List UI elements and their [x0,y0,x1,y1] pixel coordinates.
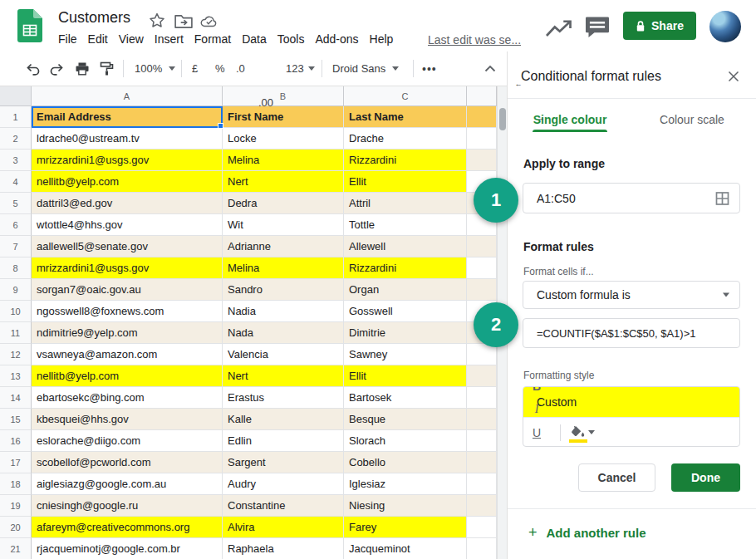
zoom-select[interactable]: 100% [135,51,175,86]
cell[interactable]: Melina [223,150,344,171]
row-header[interactable]: 4 [0,171,32,193]
cell[interactable]: Raphaela [223,538,344,559]
row-header[interactable]: 17 [0,452,32,473]
undo-button[interactable] [25,51,40,86]
cell[interactable]: Edlin [223,430,344,452]
cell[interactable]: ngosswell8@foxnews.com [32,301,223,322]
row-header[interactable]: 3 [0,150,32,171]
underline-format-button[interactable]: U [525,421,548,444]
star-icon[interactable] [148,12,166,29]
cell[interactable]: Attril [344,193,467,214]
cell[interactable]: Gosswell [344,301,467,322]
row-header[interactable]: 18 [0,473,32,495]
cell[interactable]: Adrianne [223,236,344,257]
cell[interactable]: Ellit [344,365,467,387]
increase-decimal-button[interactable]: .00→ [258,86,756,120]
select-range-grid-icon[interactable] [715,191,729,205]
document-title[interactable]: Customers [58,9,130,27]
more-toolbar-button[interactable]: ••• [422,51,437,86]
cell[interactable]: Ellit [344,171,467,193]
cell[interactable]: Sawney [344,344,467,365]
select-all-corner[interactable] [0,86,32,106]
cell[interactable]: Rizzardini [344,150,467,171]
cell[interactable] [467,517,497,538]
row-header[interactable]: 20 [0,517,32,538]
cell[interactable]: aallewell5@senate.gov [32,236,223,257]
cell[interactable]: Sargent [223,452,344,473]
cell[interactable]: Nadia [223,301,344,322]
cell[interactable]: ebartosekc@bing.com [32,387,223,409]
cell[interactable]: Jacqueminot [344,538,467,559]
cell[interactable]: Besque [344,409,467,430]
cell[interactable]: scobellof@pcworld.com [32,452,223,473]
fill-handle[interactable] [218,123,223,129]
cell[interactable] [467,452,497,473]
cell[interactable] [467,344,497,365]
cell[interactable]: nellitb@yelp.com [32,171,223,193]
menu-data[interactable]: Data [242,32,267,46]
cell[interactable]: dattril3@ed.gov [32,193,223,214]
fill-color-button[interactable] [566,421,599,444]
cell[interactable]: Rizzardini [344,257,467,279]
cell[interactable]: Kalle [223,409,344,430]
cell[interactable]: Sandro [223,279,344,301]
redo-button[interactable] [50,51,65,86]
currency-format-button[interactable]: £ [192,51,198,86]
range-input[interactable]: A1:C50 [523,183,740,213]
cell[interactable]: Wit [223,214,344,236]
row-header[interactable]: 13 [0,365,32,387]
cell[interactable] [467,430,497,452]
row-header[interactable]: 15 [0,409,32,430]
cell[interactable]: Bartosek [344,387,467,409]
cell[interactable]: Dedra [223,193,344,214]
row-header[interactable]: 2 [0,128,32,150]
row-header[interactable]: 5 [0,193,32,214]
cell[interactable]: mrizzardini1@usgs.gov [32,150,223,171]
cell[interactable]: nellitb@yelp.com [32,365,223,387]
row-header[interactable]: 6 [0,214,32,236]
add-another-rule-button[interactable]: + Add another rule [528,525,646,540]
cell[interactable]: afareym@creativecommons.org [32,517,223,538]
print-button[interactable] [75,51,90,86]
cell[interactable] [467,473,497,495]
column-header-A[interactable]: A [32,86,223,106]
cell[interactable]: Organ [344,279,467,301]
user-avatar[interactable] [709,11,741,42]
menu-tools[interactable]: Tools [277,32,305,46]
condition-dropdown[interactable]: Custom formula is [523,281,740,309]
cell[interactable]: Locke [223,128,344,150]
cell[interactable] [467,495,497,517]
cell[interactable]: Farey [344,517,467,538]
row-header[interactable]: 21 [0,538,32,559]
font-select[interactable]: Droid Sans [332,51,385,86]
menu-insert[interactable]: Insert [155,32,184,46]
cell[interactable]: Slorach [344,430,467,452]
cell[interactable]: Erastus [223,387,344,409]
row-header[interactable]: 8 [0,257,32,279]
cell[interactable]: Nert [223,365,344,387]
menu-file[interactable]: File [58,32,77,46]
cell[interactable]: aiglesiazg@google.com.au [32,473,223,495]
row-header[interactable]: 1 [0,106,32,128]
cell[interactable]: Drache [344,128,467,150]
row-header[interactable]: 11 [0,322,32,344]
cell[interactable]: Valencia [223,344,344,365]
cell[interactable] [467,128,497,150]
cell[interactable]: cniesingh@google.ru [32,495,223,517]
cancel-button[interactable]: Cancel [578,463,655,492]
percent-format-button[interactable]: % [215,51,225,86]
cell[interactable] [467,150,497,171]
cell[interactable] [467,279,497,301]
cell[interactable]: Nada [223,322,344,344]
cell[interactable]: Allewell [344,236,467,257]
cell[interactable] [467,538,497,559]
menu-addons[interactable]: Add-ons [315,32,358,46]
cell[interactable]: Email Address [32,106,223,128]
paint-format-button[interactable] [100,51,114,86]
move-folder-icon[interactable] [174,13,193,30]
font-select-caret[interactable] [392,51,399,86]
cell[interactable]: Tottle [344,214,467,236]
row-header[interactable]: 12 [0,344,32,365]
number-format-button[interactable]: 123 [286,51,315,86]
row-header[interactable]: 10 [0,301,32,322]
